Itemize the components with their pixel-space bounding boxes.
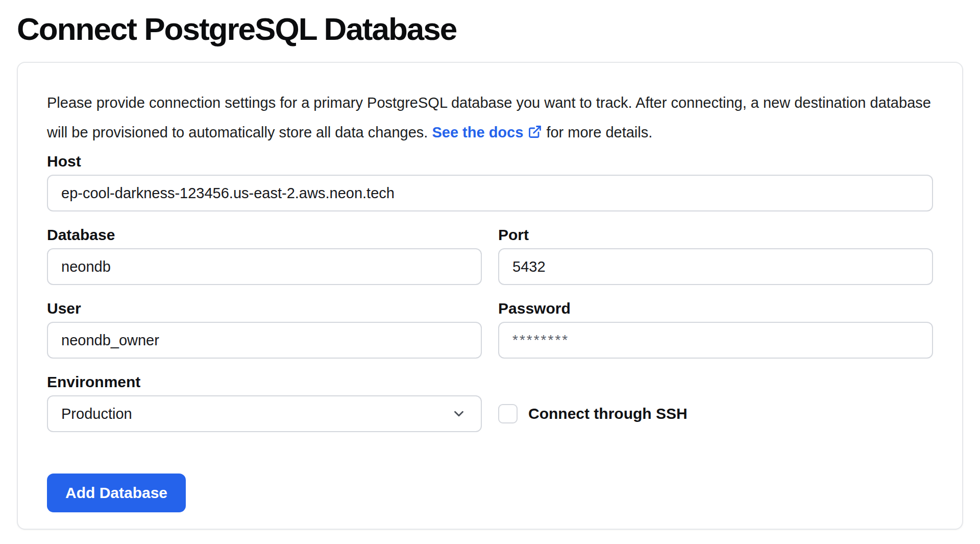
chevron-down-icon — [451, 406, 467, 421]
add-database-button[interactable]: Add Database — [47, 474, 186, 512]
docs-link-label: See the docs — [432, 124, 523, 140]
database-label: Database — [47, 226, 482, 244]
host-field: Host — [47, 152, 933, 211]
password-label: Password — [498, 299, 933, 318]
database-port-row: Database Port — [47, 226, 933, 299]
user-field: User — [47, 299, 482, 359]
ssh-checkbox-label[interactable]: Connect through SSH — [528, 405, 688, 422]
page: Connect PostgreSQL Database Please provi… — [0, 0, 980, 530]
description-text-after: for more details. — [546, 124, 652, 140]
ssh-checkbox[interactable] — [498, 404, 518, 423]
external-link-icon — [528, 119, 542, 133]
form-description: Please provide connection settings for a… — [47, 88, 933, 147]
host-input[interactable] — [47, 175, 933, 211]
port-label: Port — [498, 226, 933, 244]
page-title: Connect PostgreSQL Database — [17, 12, 963, 46]
database-field: Database — [47, 226, 482, 285]
see-the-docs-link[interactable]: See the docs — [432, 124, 542, 140]
environment-ssh-row: Environment Production Connect through S… — [47, 373, 933, 446]
environment-field: Environment Production — [47, 373, 482, 432]
environment-selected-value: Production — [61, 406, 132, 422]
user-password-row: User Password — [47, 299, 933, 373]
ssh-field: Connect through SSH — [498, 395, 933, 432]
password-input[interactable] — [498, 322, 933, 359]
port-input[interactable] — [498, 248, 933, 285]
user-input[interactable] — [47, 322, 482, 359]
user-label: User — [47, 299, 482, 318]
port-field: Port — [498, 226, 933, 285]
environment-label: Environment — [47, 373, 482, 391]
connection-form-card: Please provide connection settings for a… — [17, 62, 963, 530]
host-label: Host — [47, 152, 933, 171]
environment-select[interactable]: Production — [47, 395, 482, 432]
database-input[interactable] — [47, 248, 482, 285]
password-field: Password — [498, 299, 933, 359]
